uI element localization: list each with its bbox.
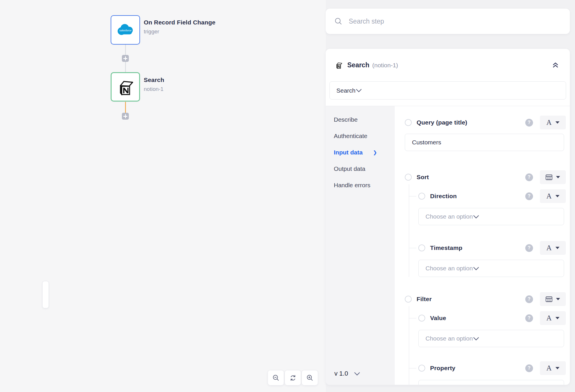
field-type-selector[interactable]: A [540, 116, 566, 129]
field-label: Filter [417, 296, 432, 303]
zoom-out-button[interactable] [268, 370, 284, 385]
action-select-value: Search [336, 87, 356, 94]
property-input[interactable] [418, 380, 564, 385]
trigger-node-salesforce[interactable]: salesforce [111, 15, 140, 45]
caret-down-icon [556, 298, 560, 300]
text-type-icon: A [546, 364, 551, 372]
action-select[interactable]: Search [329, 81, 566, 100]
version-label: v 1.0 [334, 370, 348, 377]
caret-down-icon [555, 195, 559, 197]
caret-down-icon [555, 121, 559, 124]
radio-value[interactable] [418, 315, 425, 322]
tree-tick [409, 196, 416, 196]
field-row-direction: Direction ? A [418, 191, 566, 201]
workflow-canvas[interactable]: salesforce On Record Field Change trigge… [0, 0, 326, 392]
radio-filter[interactable] [405, 296, 412, 303]
direction-select[interactable]: Choose an option [418, 208, 564, 225]
canvas-side-handle[interactable] [42, 281, 49, 308]
tree-tick [409, 318, 416, 318]
search-step-box[interactable] [326, 9, 570, 34]
add-step-button[interactable] [122, 55, 129, 62]
search-step-input[interactable] [349, 18, 561, 25]
salesforce-logo-text: salesforce [119, 29, 131, 32]
query-input-value: Customers [412, 139, 441, 146]
tab-input-data[interactable]: Input data ❯ [334, 148, 377, 157]
panel-header: Search (notion-1) [326, 49, 570, 81]
field-label: Sort [417, 174, 429, 181]
radio-property[interactable] [418, 365, 425, 372]
tree-tick [409, 248, 416, 248]
text-type-icon: A [546, 192, 551, 200]
chevron-down-icon [473, 337, 479, 341]
version-selector[interactable]: v 1.0 [334, 370, 360, 377]
help-icon[interactable]: ? [525, 192, 533, 200]
panel-title: Search [347, 61, 369, 69]
help-icon[interactable]: ? [525, 244, 533, 252]
tab-column: Describe Authenticate Input data ❯ Outpu… [326, 106, 395, 385]
panel-body: Describe Authenticate Input data ❯ Outpu… [326, 106, 570, 385]
tab-authenticate[interactable]: Authenticate [334, 132, 367, 140]
table-type-icon [546, 175, 552, 180]
field-type-selector[interactable]: A [540, 311, 566, 325]
action-node-title: Search [144, 77, 164, 83]
radio-query[interactable] [405, 119, 412, 126]
radio-timestamp[interactable] [418, 244, 425, 251]
help-icon[interactable]: ? [525, 314, 533, 322]
add-step-button[interactable] [122, 113, 129, 120]
help-icon[interactable]: ? [525, 364, 533, 372]
field-type-selector[interactable]: A [540, 361, 566, 375]
text-type-icon: A [546, 314, 551, 322]
help-icon[interactable]: ? [525, 119, 533, 127]
chevron-down-icon [356, 89, 362, 92]
tab-output-data[interactable]: Output data [334, 165, 365, 173]
notion-icon [116, 78, 135, 96]
caret-down-icon [555, 317, 559, 319]
input-data-form: Query (page title) ? A Customers [395, 106, 570, 385]
chevron-right-icon: ❯ [373, 150, 377, 156]
text-type-icon: A [546, 118, 551, 127]
field-row-query: Query (page title) ? A [405, 118, 566, 127]
text-type-icon: A [546, 244, 551, 252]
chevron-down-icon [473, 267, 479, 270]
field-label: Direction [430, 193, 457, 200]
action-node-notion[interactable] [111, 72, 140, 102]
value-select[interactable]: Choose an option [418, 330, 564, 347]
double-chevron-up-icon [552, 62, 559, 68]
field-row-timestamp: Timestamp ? A [418, 243, 566, 253]
tab-describe[interactable]: Describe [334, 115, 358, 124]
chevron-down-icon [473, 215, 479, 219]
field-row-value: Value ? A [418, 313, 566, 323]
help-icon[interactable]: ? [525, 173, 533, 181]
field-label: Value [430, 315, 446, 322]
select-placeholder: Choose an option [425, 213, 473, 220]
step-config-panel: Search (notion-1) Search Describe [326, 49, 570, 385]
field-label: Query (page title) [417, 119, 467, 126]
reset-view-button[interactable] [285, 370, 301, 385]
field-label: Property [430, 365, 455, 372]
field-row-sort: Sort ? [405, 172, 566, 182]
field-type-selector[interactable]: A [540, 241, 566, 255]
collapse-panel-button[interactable] [552, 62, 559, 68]
trigger-node-title: On Record Field Change [144, 19, 215, 26]
query-input[interactable]: Customers [405, 134, 564, 151]
panel-instance-name: (notion-1) [372, 62, 398, 69]
help-icon[interactable]: ? [525, 295, 533, 303]
table-type-icon [546, 297, 552, 302]
action-node-label: Search notion-1 [144, 77, 164, 92]
canvas-zoom-toolbar [268, 370, 318, 385]
radio-direction[interactable] [418, 193, 425, 200]
field-row-property: Property ? A [418, 363, 566, 373]
field-type-selector[interactable] [540, 170, 566, 184]
caret-down-icon [555, 247, 559, 249]
zoom-in-button[interactable] [302, 370, 318, 385]
timestamp-select[interactable]: Choose an option [418, 260, 564, 277]
trigger-node-subtitle: trigger [144, 28, 215, 35]
tab-handle-errors[interactable]: Handle errors [334, 181, 370, 190]
field-type-selector[interactable] [540, 292, 566, 306]
zoom-out-icon [272, 374, 280, 382]
field-label: Timestamp [430, 244, 462, 251]
tree-line [409, 184, 409, 277]
radio-sort[interactable] [405, 174, 412, 181]
field-type-selector[interactable]: A [540, 189, 566, 203]
step-config-column: Search (notion-1) Search Describe [326, 0, 575, 392]
